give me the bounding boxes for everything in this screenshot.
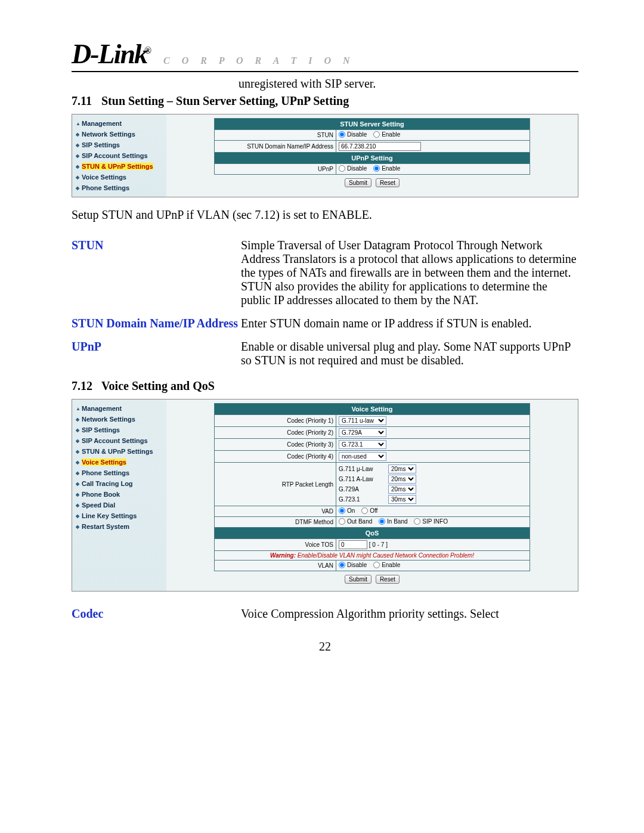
sidebar-item[interactable]: Phone Settings [75,182,164,193]
sidebar-item[interactable]: Phone Settings [75,467,164,478]
reset-button[interactable]: Reset [376,178,400,187]
vlan-disable-radio[interactable]: Disable [339,562,367,568]
rtp4-select[interactable]: 30ms [388,495,416,504]
sidebar: Management Network Settings SIP Settings… [72,114,166,197]
tos-hint: [ 0 - 7 ] [369,541,388,548]
corporation-text: C O R P O R A T I O N [163,55,355,70]
label-upnp: UPnP [215,164,336,175]
section-title: Voice Setting and QoS [101,379,215,393]
vlan-enable-radio[interactable]: Enable [373,562,400,568]
section-7-11: 7.11 Stun Setting – Stun Server Setting,… [72,94,578,108]
sidebar-item[interactable]: Management [75,118,164,129]
codec1-select[interactable]: G.711 u-law [339,416,386,425]
label-codec4: Codec (Priority 4) [215,451,336,463]
screenshot-stun: Management Network Settings SIP Settings… [72,114,578,197]
tos-input[interactable] [339,540,367,549]
panel-header: Voice Setting [215,404,530,415]
label-vlan: VLAN [215,561,336,571]
upnp-disable-radio[interactable]: Disable [339,165,367,172]
setup-text: Setup STUN and UPnP if VLAN (sec 7.12) i… [72,208,578,222]
panel-header: UPnP Setting [215,153,530,164]
vlan-warning: Warning: Enable/Disable VLAN might Cause… [215,551,530,561]
panel-header: STUN Server Setting [215,119,530,130]
sidebar-item[interactable]: STUN & UPnP Settings [75,446,164,457]
section-title: Stun Setting – Stun Server Setting, UPnP… [101,94,349,108]
stun-enable-radio[interactable]: Enable [373,131,400,138]
desc-stun: Simple Traversal of User Datagram Protoc… [241,234,578,312]
label-codec3: Codec (Priority 3) [215,439,336,451]
label-vad: VAD [215,506,336,517]
sidebar-item[interactable]: Network Settings [75,414,164,425]
screenshot-voice: Management Network Settings SIP Settings… [72,399,578,592]
rtp2-select[interactable]: 20ms [388,475,416,484]
vad-on-radio[interactable]: On [339,507,355,514]
label-stun-domain: STUN Domain Name/IP Address [215,141,336,153]
settings-panel: STUN Server Setting STUN Disable Enable … [166,114,578,197]
sidebar-item[interactable]: Management [75,403,164,414]
submit-button[interactable]: Submit [345,178,371,187]
sidebar: Management Network Settings SIP Settings… [72,400,166,591]
codec2-select[interactable]: G.729A [339,428,386,437]
sidebar-item[interactable]: Call Tracing Log [75,478,164,489]
sidebar-item[interactable]: Speed Dial [75,500,164,510]
term-stun: STUN [72,234,241,312]
codec4-select[interactable]: non-used [339,452,386,461]
sidebar-item[interactable]: SIP Account Settings [75,150,164,161]
label-dtmf: DTMF Method [215,517,336,528]
desc-upnp: Enable or disable universal plug and pla… [241,335,578,372]
logo: D-Link® [72,38,150,70]
stun-disable-radio[interactable]: Disable [339,131,367,138]
term-codec: Codec [72,602,241,625]
page-number: 22 [72,640,578,654]
sidebar-item[interactable]: Network Settings [75,129,164,140]
page-header: D-Link® C O R P O R A T I O N [72,38,578,72]
label-stun: STUN [215,130,336,141]
sidebar-item-active[interactable]: Voice Settings [75,457,164,467]
submit-button[interactable]: Submit [345,575,371,584]
desc-codec: Voice Compression Algorithm priority set… [241,602,578,625]
reset-button[interactable]: Reset [376,575,400,584]
sidebar-item[interactable]: SIP Settings [75,425,164,435]
label-codec2: Codec (Priority 2) [215,427,336,439]
sidebar-item[interactable]: SIP Settings [75,140,164,150]
panel-header: QoS [215,528,530,539]
sidebar-item[interactable]: Line Key Settings [75,510,164,521]
upnp-enable-radio[interactable]: Enable [373,165,400,172]
rtp1-select[interactable]: 20ms [388,465,416,473]
section-7-12: 7.12 Voice Setting and QoS [72,379,578,393]
codec3-select[interactable]: G.723.1 [339,440,386,449]
term-stun-domain: STUN Domain Name/IP Address [72,312,241,335]
sidebar-item[interactable]: Restart System [75,521,164,532]
desc-stun-domain: Enter STUN domain name or IP address if … [241,312,578,335]
settings-panel: Voice Setting Codec (Priority 1) G.711 u… [166,400,578,591]
label-codec1: Codec (Priority 1) [215,415,336,427]
section-number: 7.11 [72,94,101,108]
dtmf-outband-radio[interactable]: Out Band [339,518,372,525]
sidebar-item[interactable]: Voice Settings [75,172,164,182]
term-upnp: UPnP [72,335,241,372]
sidebar-item[interactable]: SIP Account Settings [75,435,164,446]
label-tos: Voice TOS [215,539,336,551]
vad-off-radio[interactable]: Off [361,507,377,514]
dtmf-inband-radio[interactable]: In Band [379,518,407,525]
stun-domain-input[interactable] [339,142,421,151]
rtp3-select[interactable]: 20ms [388,485,416,494]
sidebar-item-active[interactable]: STUN & UPnP Settings [75,161,164,172]
sidebar-item[interactable]: Phone Book [75,489,164,500]
section-number: 7.12 [72,379,101,393]
dtmf-sipinfo-radio[interactable]: SIP INFO [414,518,448,525]
trailing-line: unregistered with SIP server. [239,77,578,91]
label-rtp: RTP Packet Length [215,463,336,506]
